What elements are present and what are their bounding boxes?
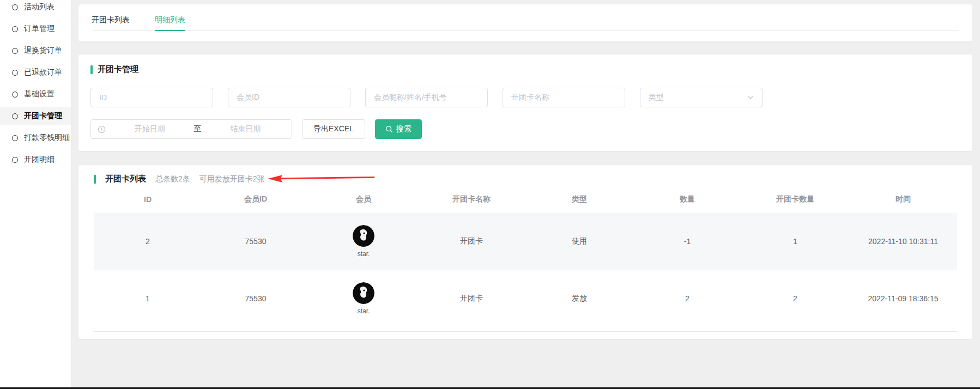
date-separator: 至	[194, 124, 202, 134]
sidebar-item-label: 活动列表	[24, 2, 55, 12]
column-header-id: ID	[94, 195, 202, 204]
cell-member-id: 75530	[202, 237, 310, 246]
sidebar-item-label: 开团明细	[24, 155, 55, 165]
group-card-table: ID 会员ID 会员 开团卡名称 类型 数量 开团卡数量 时间 2 75530 …	[94, 186, 957, 327]
total-count-text: 总条数2条	[155, 174, 190, 184]
table-row: 1 75530 star. 开团卡 发放 2 2 2022-11-09 18:3…	[94, 270, 957, 327]
cell-member: star.	[310, 225, 418, 258]
date-end-placeholder: 结束日期	[206, 124, 286, 134]
filter-row-1: ID 会员ID 会员昵称/姓名/手机号 开团卡名称 类型	[90, 88, 972, 107]
sidebar-item-return-exchange-orders[interactable]: 退换货订单	[0, 41, 71, 60]
cell-card-quantity: 2	[741, 294, 849, 303]
tab-bar: 开团卡列表 明细列表	[92, 4, 959, 31]
circle-icon	[12, 26, 18, 32]
red-arrow-annotation	[267, 174, 376, 184]
circle-icon	[12, 48, 18, 54]
cell-card-name: 开团卡	[418, 236, 525, 246]
cell-card-quantity: 1	[741, 237, 849, 246]
sidebar-item-label: 打款零钱明细	[24, 133, 70, 143]
list-title-row: 开团卡列表 总条数2条 可用发放开团卡2张	[78, 165, 972, 184]
clock-icon	[98, 125, 106, 133]
filter-card: 开团卡管理 ID 会员ID 会员昵称/姓名/手机号 开团卡名称 类型 开始日期	[78, 54, 972, 151]
table-bottom-divider	[94, 331, 957, 332]
sidebar-item-basic-settings[interactable]: 基础设置	[0, 85, 71, 104]
search-icon	[385, 125, 393, 133]
section-accent-bar	[94, 175, 96, 184]
circle-icon	[12, 135, 18, 141]
tabs-card: 开团卡列表 明细列表	[78, 4, 972, 41]
cell-id: 1	[94, 294, 202, 303]
available-cards-text: 可用发放开团卡2张	[199, 174, 265, 184]
sidebar-item-label: 基础设置	[24, 89, 55, 99]
member-keyword-input[interactable]: 会员昵称/姓名/手机号	[365, 88, 488, 107]
column-header-member-id: 会员ID	[202, 194, 310, 204]
circle-icon	[12, 70, 18, 76]
tab-group-card-list[interactable]: 开团卡列表	[92, 15, 130, 31]
cell-member: star.	[310, 282, 418, 315]
sidebar-item-group-details[interactable]: 开团明细	[0, 150, 71, 169]
sidebar-item-label: 订单管理	[24, 24, 55, 34]
circle-icon	[12, 113, 18, 119]
sidebar-item-label: 退换货订单	[24, 46, 62, 56]
member-avatar	[353, 225, 374, 247]
column-header-card-quantity: 开团卡数量	[741, 194, 849, 204]
member-name: star.	[358, 307, 370, 315]
table-row: 2 75530 star. 开团卡 使用 -1 1 2022-11-10 10:…	[94, 212, 957, 270]
sidebar-item-group-card-management[interactable]: 开团卡管理	[0, 107, 71, 125]
id-input[interactable]: ID	[90, 88, 213, 107]
cell-id: 2	[94, 237, 202, 246]
table-header: ID 会员ID 会员 开团卡名称 类型 数量 开团卡数量 时间	[94, 186, 957, 212]
date-range-input[interactable]: 开始日期 至 结束日期	[90, 119, 292, 139]
filter-row-2: 开始日期 至 结束日期 导出EXCEL 搜索	[90, 119, 972, 139]
export-excel-button[interactable]: 导出EXCEL	[302, 119, 365, 139]
search-button-label: 搜索	[396, 124, 412, 134]
card-name-placeholder: 开团卡名称	[511, 93, 549, 102]
member-avatar	[353, 282, 374, 304]
type-select[interactable]: 类型	[640, 88, 763, 107]
sidebar-item-label: 已退款订单	[24, 68, 62, 77]
member-keyword-placeholder: 会员昵称/姓名/手机号	[374, 93, 447, 102]
column-header-card-name: 开团卡名称	[418, 194, 525, 204]
cell-time: 2022-11-10 10:31:11	[849, 237, 957, 246]
sidebar-item-activity-list[interactable]: 活动列表	[0, 0, 71, 16]
date-start-placeholder: 开始日期	[110, 124, 190, 134]
member-id-placeholder: 会员ID	[237, 93, 259, 102]
cell-quantity: 2	[633, 294, 741, 303]
cell-time: 2022-11-09 18:36:15	[849, 294, 957, 303]
filter-section-title: 开团卡管理	[78, 54, 972, 75]
cell-type: 使用	[525, 236, 633, 246]
circle-icon	[12, 92, 18, 98]
member-name: star.	[358, 250, 370, 258]
cell-type: 发放	[525, 294, 633, 303]
card-name-input[interactable]: 开团卡名称	[503, 88, 625, 107]
sidebar-item-label: 开团卡管理	[24, 111, 62, 121]
list-card: 开团卡列表 总条数2条 可用发放开团卡2张 ID 会员ID 会员 开团卡名称 类…	[78, 165, 972, 339]
circle-icon	[12, 157, 18, 163]
member-id-input[interactable]: 会员ID	[228, 88, 350, 107]
column-header-type: 类型	[525, 194, 633, 204]
section-accent-bar	[90, 65, 93, 74]
search-button[interactable]: 搜索	[375, 119, 422, 139]
cell-card-name: 开团卡	[418, 294, 525, 303]
list-section-title: 开团卡列表	[105, 174, 146, 184]
cell-member-id: 75530	[202, 294, 310, 303]
cell-quantity: -1	[633, 237, 741, 246]
sidebar: 活动列表 订单管理 退换货订单 已退款订单 基础设置 开团卡管理 打款零钱明细 …	[0, 0, 71, 387]
column-header-member: 会员	[310, 194, 418, 204]
type-select-placeholder: 类型	[649, 93, 664, 102]
chevron-down-icon	[747, 94, 754, 101]
circle-icon	[12, 4, 18, 10]
id-input-placeholder: ID	[99, 93, 107, 102]
sidebar-item-payout-change-details[interactable]: 打款零钱明细	[0, 129, 71, 147]
tab-detail-list[interactable]: 明细列表	[155, 15, 185, 31]
sidebar-item-refunded-orders[interactable]: 已退款订单	[0, 63, 71, 82]
column-header-quantity: 数量	[633, 194, 741, 204]
sidebar-item-order-management[interactable]: 订单管理	[0, 20, 71, 38]
column-header-time: 时间	[849, 194, 957, 204]
